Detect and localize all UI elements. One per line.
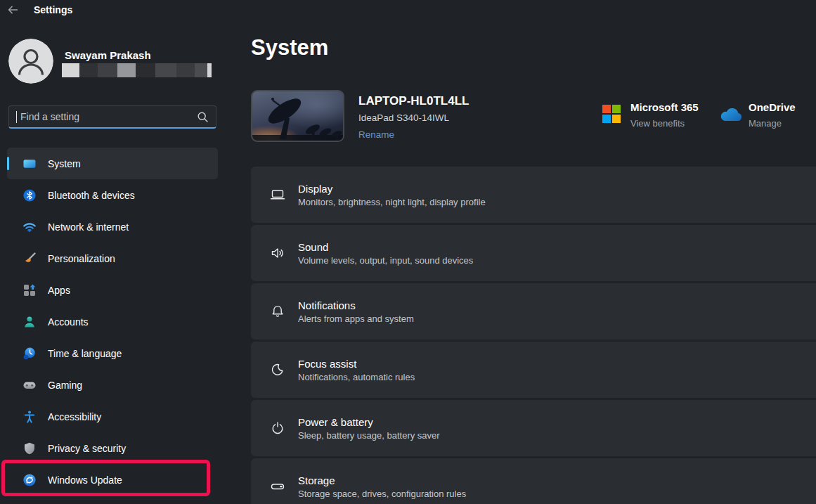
settings-list: Display Monitors, brightness, night ligh… [251,167,816,504]
row-title: Sound [298,241,473,253]
titlebar: Settings [7,4,72,15]
shield-icon [22,441,37,455]
power-icon [269,420,286,437]
device-model: IdeaPad S340-14IWL [358,112,449,123]
profile-loading-placeholder [62,63,212,77]
display-icon [269,186,286,203]
row-subtitle: Notifications, automatic rules [298,372,415,382]
sidebar-item-label: Network & internet [48,221,129,233]
satellite-dish-art [252,91,343,141]
gamepad-icon [22,378,37,392]
sidebar-item-accessibility[interactable]: Accessibility [7,401,218,432]
focus-assist-moon-icon [269,361,286,378]
settings-row-storage[interactable]: Storage Storage space, drives, configura… [251,458,816,504]
settings-row-sound[interactable]: Sound Volume levels, output, input, soun… [251,225,816,281]
search-icon[interactable] [197,111,209,123]
sidebar-item-label: Accessibility [48,411,101,422]
device-name: LAPTOP-HL0TL4LL [358,94,469,108]
onedrive-cloud-icon [718,106,744,125]
accounts-icon [22,315,37,329]
row-subtitle: Sleep, battery usage, battery saver [298,430,440,441]
sidebar-item-label: System [48,158,81,169]
accessibility-icon [22,410,37,424]
row-title: Power & battery [298,416,440,428]
sidebar-item-system[interactable]: System [7,148,218,179]
row-subtitle: Volume levels, output, input, sound devi… [298,255,473,266]
sidebar-item-network-internet[interactable]: Network & internet [7,211,218,243]
sidebar-item-label: Privacy & security [48,443,126,454]
sound-icon [269,245,286,261]
person-icon [8,39,53,84]
notifications-bell-icon [269,303,286,320]
sidebar-item-label: Bluetooth & devices [48,190,135,201]
paintbrush-icon [22,252,37,266]
bluetooth-icon [22,188,37,202]
sidebar-item-accounts[interactable]: Accounts [7,306,218,337]
sidebar-item-apps[interactable]: Apps [7,274,218,306]
microsoft-logo-icon [602,105,621,126]
text-caret [16,111,17,123]
sidebar-item-label: Gaming [48,380,82,391]
settings-row-focus-assist[interactable]: Focus assist Notifications, automatic ru… [251,342,816,398]
sidebar-item-label: Windows Update [48,474,122,486]
avatar [8,39,53,84]
search-box[interactable] [8,105,216,129]
row-title: Storage [298,474,466,486]
row-title: Focus assist [298,358,415,370]
page-title: System [251,35,328,60]
manage-link[interactable]: Manage [749,118,782,129]
clock-icon [22,347,37,361]
settings-row-power-battery[interactable]: Power & battery Sleep, battery usage, ba… [251,400,816,456]
onedrive-title: OneDrive [749,101,796,113]
sidebar-item-label: Accounts [48,316,89,328]
row-title: Display [298,183,486,195]
back-arrow-icon[interactable] [7,4,19,15]
sidebar-item-label: Time & language [48,348,122,359]
sidebar-item-label: Apps [48,285,70,296]
sidebar-nav: System Bluetooth & devices Network & int… [7,148,218,496]
profile-name: Swayam Prakash [65,49,151,61]
settings-row-notifications[interactable]: Notifications Alerts from apps and syste… [251,283,816,340]
microsoft365-title: Microsoft 365 [630,101,699,113]
sidebar-item-privacy-security[interactable]: Privacy & security [7,432,218,464]
sidebar-item-windows-update[interactable]: Windows Update [7,464,218,496]
sidebar-item-time-language[interactable]: Time & language [7,337,218,369]
row-subtitle: Alerts from apps and system [298,314,414,324]
sidebar-item-bluetooth-devices[interactable]: Bluetooth & devices [7,179,218,211]
storage-drive-icon [269,478,286,495]
app-title: Settings [34,4,72,15]
view-benefits-link[interactable]: View benefits [630,118,685,129]
sidebar-item-gaming[interactable]: Gaming [7,369,218,401]
sidebar-item-label: Personalization [48,253,115,264]
rename-link[interactable]: Rename [358,129,394,140]
sidebar-item-personalization[interactable]: Personalization [7,243,218,274]
device-wallpaper-thumbnail [251,90,344,142]
windows-update-icon [22,473,37,487]
system-icon [22,157,37,171]
row-subtitle: Storage space, drives, configuration rul… [298,489,466,499]
settings-row-display[interactable]: Display Monitors, brightness, night ligh… [251,167,816,223]
row-title: Notifications [298,299,414,311]
row-subtitle: Monitors, brightness, night light, displ… [298,197,486,207]
wifi-icon [22,220,37,234]
apps-icon [22,283,37,297]
search-input[interactable] [19,110,197,123]
